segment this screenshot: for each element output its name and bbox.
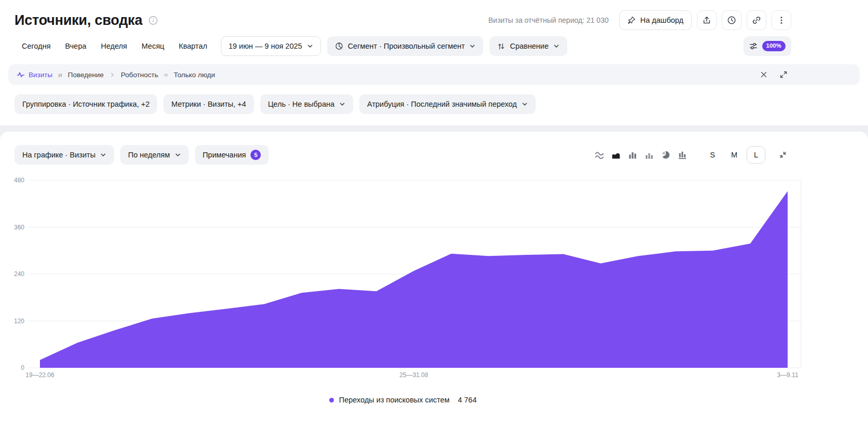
legend-dot (329, 398, 334, 402)
collapse-chart-button[interactable] (775, 147, 791, 163)
card-section: На графике · Визиты По неделям Примечани… (0, 125, 868, 440)
collapse-icon (779, 151, 787, 159)
y-axis-label: 120 (0, 318, 24, 325)
pulse-icon (17, 70, 25, 79)
smooth-line-chart-icon[interactable] (591, 147, 608, 163)
date-range-select[interactable]: 19 июн — 9 ноя 2025 (221, 36, 321, 56)
filter-path-robots[interactable]: Роботность (121, 71, 158, 79)
x-axis-label: 3—9.11 (777, 371, 798, 379)
export-button[interactable] (697, 10, 717, 30)
period-controls: Сегодня Вчера Неделя Месяц Квартал 19 ию… (0, 35, 868, 64)
attribution-select[interactable]: Атрибуция · Последний значимый переход (359, 94, 536, 114)
header-actions: Визиты за отчётный период: 21 030 На даш… (488, 10, 791, 30)
report-header: Источники, сводка Визиты за отчётный пер… (0, 0, 868, 35)
legend-value: 4 764 (458, 396, 477, 404)
chart-view-controls: S M L (591, 146, 791, 164)
size-button-s[interactable]: S (703, 146, 722, 164)
more-menu-button[interactable] (772, 10, 791, 30)
y-axis-label: 360 (0, 224, 24, 231)
report-period-visits: Визиты за отчётный период: 21 030 (488, 16, 609, 24)
pie-chart-icon[interactable] (657, 147, 674, 163)
title-wrap: Источники, сводка (15, 12, 158, 28)
column-chart-icon[interactable] (674, 147, 691, 163)
tab-week[interactable]: Неделя (94, 37, 135, 55)
clock-icon (727, 16, 736, 25)
y-axis-label: 0 (0, 364, 24, 371)
y-axis-label: 480 (0, 177, 24, 184)
legend-label: Переходы из поисковых систем (339, 396, 450, 404)
copy-link-button[interactable] (747, 10, 766, 30)
chart-grouping-label: По неделям (128, 151, 170, 159)
stacked-bar-chart-icon[interactable] (641, 147, 657, 163)
sliders-icon (749, 42, 758, 50)
tab-month[interactable]: Месяц (134, 37, 172, 55)
close-icon (760, 70, 768, 79)
goal-label: Цель · Не выбрана (268, 100, 334, 108)
filter-metric-visits[interactable]: Визиты (17, 70, 52, 79)
size-button-l[interactable]: L (747, 146, 765, 164)
sampling-button[interactable]: 100% (744, 36, 791, 56)
filter-bar-actions (756, 67, 791, 82)
grouping-select[interactable]: Группировка · Источник трафика, +2 (15, 94, 157, 114)
add-to-dashboard-button[interactable]: На дашборд (619, 10, 692, 30)
yandex-metrica-report-page: Источники, сводка Визиты за отчётный пер… (0, 0, 868, 440)
attribution-label: Атрибуция · Последний значимый переход (367, 100, 517, 108)
kebab-menu-icon (777, 16, 786, 25)
bar-chart-icon[interactable] (624, 147, 641, 163)
comparison-select[interactable]: Сравнение (489, 36, 567, 56)
chevron-right-icon (109, 72, 115, 78)
link-icon (752, 16, 761, 25)
notes-button[interactable]: Примечания 5 (195, 145, 269, 165)
chevron-down-icon (307, 43, 313, 49)
chevron-down-icon (100, 152, 106, 158)
add-to-dashboard-label: На дашборд (640, 16, 683, 24)
size-button-m[interactable]: M (725, 146, 744, 164)
chevron-down-icon (469, 43, 475, 49)
expand-icon (779, 70, 788, 79)
chart-canvas (0, 174, 868, 383)
tab-yesterday[interactable]: Вчера (58, 37, 94, 55)
export-icon (702, 16, 711, 25)
visits-area-chart[interactable]: 012024036048019—22.0625—31.083—9.11 (0, 174, 868, 383)
pin-icon (627, 16, 636, 24)
page-title: Источники, сводка (15, 12, 142, 28)
segment-select[interactable]: Сегмент · Произвольный сегмент (327, 36, 484, 56)
chart-metric-label: На графике · Визиты (22, 151, 95, 159)
chart-card: На графике · Визиты По неделям Примечани… (0, 132, 868, 440)
notes-count-badge: 5 (250, 150, 261, 160)
chart-toolbar: На графике · Визиты По неделям Примечани… (0, 145, 868, 165)
expand-filter-button[interactable] (776, 67, 791, 82)
chevron-down-icon (522, 101, 528, 107)
metrics-label: Метрики · Визиты, +4 (171, 100, 246, 108)
sampling-badge: 100% (762, 41, 786, 51)
chart-grouping-select[interactable]: По неделям (120, 145, 189, 165)
y-axis-label: 240 (0, 270, 24, 278)
date-range-label: 19 июн — 9 ноя 2025 (229, 42, 302, 50)
tab-today[interactable]: Сегодня (15, 37, 58, 55)
filter-operator: = (164, 71, 168, 79)
x-axis-label: 25—31.08 (399, 371, 428, 379)
comparison-label: Сравнение (510, 42, 549, 50)
segment-icon (335, 42, 343, 50)
legend-item-search-traffic[interactable]: Переходы из поисковых систем 4 764 (0, 396, 868, 404)
chevron-down-icon (175, 152, 181, 158)
remove-filter-button[interactable] (756, 67, 772, 82)
area-chart-icon[interactable] (608, 147, 624, 163)
grouping-label: Группировка · Источник трафика, +2 (22, 100, 149, 108)
filter-bar: Визиты и Поведение Роботность = Только л… (8, 64, 860, 85)
filter-conjunction: и (58, 71, 62, 79)
notes-label: Примечания (203, 151, 246, 159)
x-axis-label: 19—22.06 (25, 371, 54, 379)
segment-label: Сегмент · Произвольный сегмент (348, 42, 465, 50)
history-button[interactable] (722, 10, 741, 30)
chevron-down-icon (553, 43, 559, 49)
info-icon[interactable] (148, 16, 158, 25)
filter-path-behavior[interactable]: Поведение (68, 71, 104, 79)
tab-quarter[interactable]: Квартал (172, 37, 215, 55)
filter-value[interactable]: Только люди (174, 71, 215, 79)
metrics-select[interactable]: Метрики · Визиты, +4 (163, 94, 254, 114)
report-settings-row: Группировка · Источник трафика, +2 Метри… (0, 85, 868, 125)
goal-select[interactable]: Цель · Не выбрана (260, 94, 353, 114)
chart-metric-select[interactable]: На графике · Визиты (15, 145, 114, 165)
chart-size-switch: S M L (703, 146, 765, 164)
